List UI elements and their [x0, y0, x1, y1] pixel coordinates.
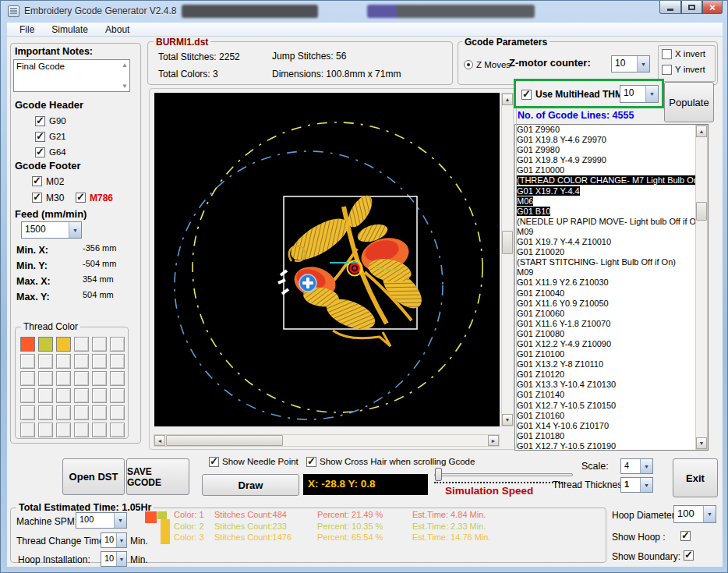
- show-needle-point-checkbox[interactable]: [209, 457, 219, 467]
- thread-swatch-36[interactable]: [110, 423, 125, 437]
- scroll-up-icon[interactable]: ▲: [696, 126, 707, 137]
- thread-thickness-select[interactable]: 1 ▼: [620, 477, 653, 493]
- m30-checkbox[interactable]: [32, 193, 42, 203]
- gcode-line[interactable]: (START STITCHING- Light Bulb Off if On): [515, 257, 708, 267]
- gcode-line[interactable]: G01 Z10180: [515, 431, 708, 441]
- draw-button[interactable]: Draw: [202, 474, 299, 496]
- thread-swatch-19[interactable]: [20, 388, 35, 403]
- thread-swatch-32[interactable]: [38, 423, 53, 437]
- gcode-line[interactable]: M06: [515, 196, 708, 207]
- show-hoop-checkbox[interactable]: [680, 531, 691, 541]
- g21-checkbox[interactable]: [35, 132, 45, 142]
- gcode-line[interactable]: G01 X19.7 Y-4.4: [515, 186, 708, 196]
- gcode-listbox[interactable]: G01 Z9960G01 X19.8 Y-4.6 Z9970G01 Z9980G…: [514, 124, 709, 451]
- notes-input[interactable]: Final Gcode ▲ ▼: [13, 59, 130, 92]
- thread-swatch-12[interactable]: [110, 354, 125, 369]
- y-invert-checkbox[interactable]: [662, 65, 672, 75]
- gcode-line[interactable]: G01 Z10020: [515, 247, 708, 257]
- gcode-line[interactable]: G01 B10: [515, 207, 708, 217]
- gcode-line[interactable]: M09: [515, 227, 708, 237]
- gcode-line[interactable]: G01 X19.8 Y-4.9 Z9990: [515, 155, 708, 165]
- thread-swatch-25[interactable]: [20, 405, 35, 420]
- populate-button[interactable]: Populate: [664, 82, 714, 122]
- gcode-line[interactable]: M09: [515, 267, 708, 278]
- gcode-line[interactable]: G01 X12.7 Y-10.5 Z10190: [515, 441, 708, 451]
- thread-swatch-22[interactable]: [74, 388, 89, 403]
- show-cross-hair-checkbox[interactable]: [306, 457, 316, 467]
- gcode-line[interactable]: (THREAD COLOR CHANGE- M7 Light Bulb On): [515, 175, 708, 186]
- gcode-line[interactable]: G01 Z10120: [515, 370, 708, 380]
- scroll-down-icon[interactable]: ▼: [502, 414, 513, 426]
- thread-swatch-9[interactable]: [56, 354, 71, 369]
- slider-thumb[interactable]: [435, 468, 442, 481]
- scroll-down-icon[interactable]: ▼: [696, 437, 707, 449]
- feed-select[interactable]: 1500 ▼: [21, 221, 82, 239]
- thread-swatch-8[interactable]: [38, 354, 53, 369]
- thread-swatch-14[interactable]: [38, 371, 53, 386]
- m02-checkbox[interactable]: [32, 176, 42, 186]
- thread-swatch-34[interactable]: [74, 423, 89, 437]
- embroidery-canvas[interactable]: [154, 93, 500, 426]
- gcode-line[interactable]: G01 X19.8 Y-4.6 Z9970: [515, 135, 708, 145]
- g90-checkbox[interactable]: [35, 116, 45, 126]
- thread-swatch-13[interactable]: [20, 371, 35, 386]
- menu-item-simulate[interactable]: Simulate: [44, 23, 96, 36]
- gcode-line[interactable]: G01 Z9960: [515, 125, 708, 135]
- hoop-diameter-select[interactable]: 100 ▼: [673, 505, 716, 523]
- thread-swatch-10[interactable]: [74, 354, 89, 369]
- gcode-line[interactable]: G01 Z9980: [515, 145, 708, 155]
- gcode-line[interactable]: G01 Z10140: [515, 390, 708, 400]
- simulation-speed-slider[interactable]: [434, 473, 573, 476]
- thread-swatch-6[interactable]: [110, 337, 125, 352]
- chevron-down-icon[interactable]: ▼: [69, 222, 81, 238]
- thread-swatch-31[interactable]: [20, 423, 35, 437]
- scroll-left-icon[interactable]: ◄: [154, 435, 165, 446]
- gcode-line[interactable]: G01 Z10080: [515, 329, 708, 339]
- gcode-line[interactable]: G01 X12.7 Y-10.5 Z10150: [515, 401, 708, 411]
- thread-swatch-2[interactable]: [38, 337, 53, 352]
- gcode-line[interactable]: G01 Z10060: [515, 309, 708, 319]
- thread-swatch-27[interactable]: [56, 405, 71, 420]
- maximize-button[interactable]: [681, 1, 702, 14]
- multihead-select[interactable]: 10 ▼: [620, 85, 659, 103]
- chevron-down-icon[interactable]: ▼: [640, 459, 652, 473]
- thread-swatch-20[interactable]: [38, 388, 53, 403]
- thread-swatch-18[interactable]: [110, 371, 125, 386]
- thread-swatch-35[interactable]: [92, 423, 107, 437]
- gcode-line[interactable]: G01 Z10160: [515, 411, 708, 421]
- gcode-line[interactable]: G01 X19.7 Y-4.4 Z10010: [515, 237, 708, 247]
- scroll-right-icon[interactable]: ►: [488, 435, 499, 446]
- thread-swatch-24[interactable]: [110, 388, 125, 403]
- gcode-line[interactable]: (NEEDLE UP RAPID MOVE- Light bulb Off if…: [515, 217, 708, 227]
- thread-swatch-16[interactable]: [74, 371, 89, 386]
- scroll-up-icon[interactable]: ▲: [122, 62, 128, 69]
- gcode-line[interactable]: G01 X14 Y-10.6 Z10170: [515, 421, 708, 431]
- minimize-button[interactable]: [659, 1, 681, 14]
- chevron-down-icon[interactable]: ▼: [703, 506, 716, 522]
- x-invert-checkbox[interactable]: [662, 49, 672, 59]
- z-moves-radio[interactable]: [464, 60, 473, 69]
- save-gcode-button[interactable]: SAVE GCODE: [126, 458, 189, 495]
- thread-swatch-29[interactable]: [92, 405, 107, 420]
- scroll-up-icon[interactable]: ▲: [502, 94, 513, 105]
- multihead-checkbox[interactable]: [521, 90, 532, 100]
- thread-swatch-7[interactable]: [20, 354, 35, 369]
- chevron-down-icon[interactable]: ▼: [116, 552, 126, 566]
- thread-swatch-11[interactable]: [92, 354, 107, 369]
- scroll-down-icon[interactable]: ▼: [122, 83, 128, 90]
- canvas-hscrollbar[interactable]: ◄ ►: [154, 434, 500, 447]
- scrollbar-thumb[interactable]: [696, 202, 707, 221]
- chevron-down-icon[interactable]: ▼: [114, 513, 126, 528]
- gcode-line[interactable]: G01 X13.3 Y-10.4 Z10130: [515, 380, 708, 390]
- thread-change-select[interactable]: 10 ▼: [101, 532, 127, 548]
- show-boundary-checkbox[interactable]: [684, 550, 694, 561]
- thread-swatch-30[interactable]: [110, 405, 125, 420]
- thread-swatch-5[interactable]: [92, 337, 107, 352]
- thread-swatch-15[interactable]: [56, 371, 71, 386]
- m786-checkbox[interactable]: [76, 193, 86, 203]
- gcode-line[interactable]: G01 X13.2 Y-8 Z10110: [515, 359, 708, 370]
- thread-swatch-1[interactable]: [20, 337, 35, 352]
- chevron-down-icon[interactable]: ▼: [645, 86, 658, 102]
- close-button[interactable]: ×: [702, 1, 723, 14]
- chevron-down-icon[interactable]: ▼: [116, 533, 126, 547]
